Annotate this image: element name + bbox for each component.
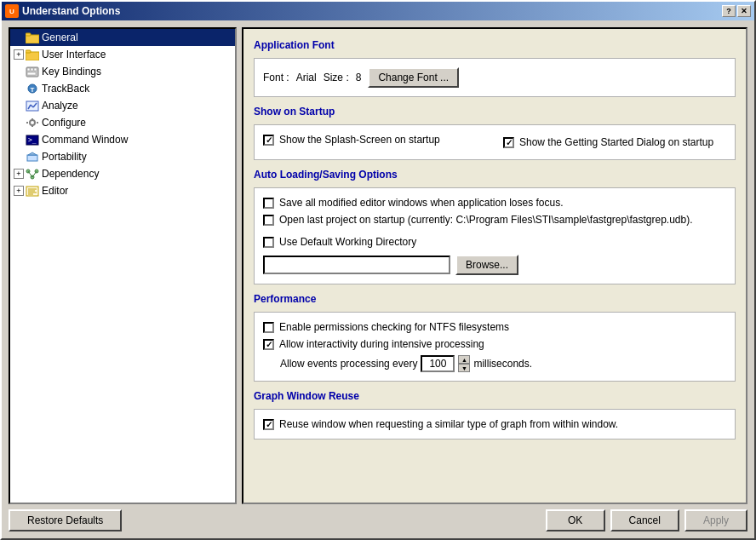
font-label: Font :	[263, 72, 289, 83]
sidebar-item-configure[interactable]: Configure	[10, 114, 235, 131]
detail-panel: Application Font Font : Arial Size : 8 C…	[242, 27, 747, 504]
svg-rect-22	[27, 155, 37, 161]
sidebar-label-general: General	[42, 32, 78, 43]
spinner-buttons: ▲ ▼	[458, 355, 470, 372]
sidebar-label-analyze: Analyze	[42, 100, 78, 112]
checkbox-ntfs-input[interactable]	[263, 322, 274, 333]
keybindings-icon	[26, 65, 39, 78]
events-value-input[interactable]	[421, 355, 455, 372]
svg-point-15	[30, 120, 35, 125]
svg-rect-3	[26, 50, 31, 53]
svg-rect-8	[27, 72, 36, 75]
svg-line-27	[28, 171, 32, 177]
sidebar-label-configure: Configure	[42, 117, 86, 129]
sidebar-label-keybindings: Key Bindings	[42, 66, 101, 78]
folder-icon-ui	[26, 48, 39, 61]
sidebar-item-trackback[interactable]: T TrackBack	[10, 80, 235, 97]
sidebar-label-portability: Portability	[42, 151, 87, 163]
dependency-icon	[26, 167, 39, 181]
restore-defaults-button[interactable]: Restore Defaults	[9, 509, 122, 531]
content-area: General + User Interface Key Bindin	[2, 20, 754, 538]
section-box-startup: Show the Splash-Screen on startup Show t…	[254, 124, 736, 160]
checkbox-working-dir-input[interactable]	[263, 237, 274, 248]
editor-icon	[26, 184, 39, 198]
checkbox-open-last[interactable]: Open last project on startup (currently:…	[263, 214, 726, 226]
checkbox-getting-started-input[interactable]	[503, 137, 514, 148]
working-dir-input[interactable]	[263, 256, 450, 274]
sidebar-label-command-window: Command Window	[42, 134, 128, 146]
checkbox-working-dir[interactable]: Use Default Working Directory	[263, 236, 726, 248]
checkbox-save-modified[interactable]: Save all modified editor windows when ap…	[263, 197, 726, 209]
svg-text:T: T	[31, 86, 35, 94]
checkbox-splash-label: Show the Splash-Screen on startup	[279, 134, 440, 146]
checkbox-interactivity[interactable]: Allow interactivity during intensive pro…	[263, 338, 726, 350]
sidebar-item-portability[interactable]: Portability	[10, 148, 235, 165]
sidebar-item-user-interface[interactable]: + User Interface	[10, 46, 235, 63]
folder-icon-general	[26, 31, 39, 44]
svg-rect-6	[31, 68, 33, 71]
bottom-right: OK Cancel Apply	[546, 509, 747, 531]
expand-dependency[interactable]: +	[14, 169, 24, 179]
checkbox-splash[interactable]: Show the Splash-Screen on startup	[263, 134, 486, 146]
section-title-graph: Graph Window Reuse	[254, 390, 736, 402]
startup-checks: Show the Splash-Screen on startup Show t…	[263, 134, 726, 151]
section-box-auto-loading: Save all modified editor windows when ap…	[254, 187, 736, 284]
events-unit: milliseconds.	[473, 358, 532, 370]
cancel-button[interactable]: Cancel	[610, 509, 679, 531]
command-window-icon: >_	[26, 133, 39, 146]
sidebar: General + User Interface Key Bindin	[9, 27, 237, 504]
expand-editor[interactable]: +	[14, 186, 24, 196]
sidebar-item-key-bindings[interactable]: Key Bindings	[10, 63, 235, 80]
font-name-value: Arial	[296, 72, 317, 83]
checkbox-splash-input[interactable]	[263, 135, 274, 146]
checkbox-reuse-window-input[interactable]	[263, 419, 274, 430]
section-box-performance: Enable permissions checking for NTFS fil…	[254, 312, 736, 382]
svg-text:>_: >_	[28, 136, 37, 144]
events-label: Allow events processing every	[280, 358, 417, 370]
sidebar-item-editor[interactable]: + Editor	[10, 182, 235, 199]
sidebar-item-dependency[interactable]: + Dependency	[10, 165, 235, 182]
sidebar-label-ui: User Interface	[42, 49, 106, 60]
section-title-startup: Show on Startup	[254, 106, 736, 118]
close-button[interactable]: ✕	[737, 5, 751, 17]
sidebar-label-editor: Editor	[42, 185, 68, 197]
checkbox-interactivity-label: Allow interactivity during intensive pro…	[279, 338, 484, 350]
checkbox-working-dir-label: Use Default Working Directory	[279, 236, 416, 248]
trackback-icon: T	[26, 82, 39, 95]
sidebar-item-analyze[interactable]: Analyze	[10, 97, 235, 114]
sidebar-label-dependency: Dependency	[42, 168, 99, 180]
svg-rect-1	[26, 33, 31, 36]
spinner-down-button[interactable]: ▼	[458, 364, 470, 372]
main-window: U Understand Options ? ✕ General	[0, 0, 756, 540]
change-font-button[interactable]: Change Font ...	[368, 67, 459, 88]
sidebar-item-command-window[interactable]: >_ Command Window	[10, 131, 235, 148]
checkbox-getting-started-label: Show the Getting Started Dialog on start…	[519, 136, 713, 148]
checkbox-reuse-window[interactable]: Reuse window when requesting a similar t…	[263, 418, 726, 430]
sidebar-item-general[interactable]: General	[10, 29, 235, 46]
font-row: Font : Arial Size : 8 Change Font ...	[263, 67, 726, 88]
checkbox-getting-started[interactable]: Show the Getting Started Dialog on start…	[503, 134, 726, 151]
checkbox-reuse-window-label: Reuse window when requesting a similar t…	[279, 418, 618, 430]
bottom-bar: Restore Defaults OK Cancel Apply	[9, 504, 747, 531]
analyze-icon	[26, 99, 39, 112]
svg-marker-23	[28, 152, 37, 155]
section-box-font: Font : Arial Size : 8 Change Font ...	[254, 58, 736, 97]
spinner-up-button[interactable]: ▲	[458, 355, 470, 364]
checkbox-interactivity-input[interactable]	[263, 339, 274, 350]
title-bar-buttons: ? ✕	[722, 5, 751, 17]
checkbox-ntfs[interactable]: Enable permissions checking for NTFS fil…	[263, 321, 726, 333]
configure-icon	[26, 116, 39, 129]
portability-icon	[26, 150, 39, 164]
browse-button[interactable]: Browse...	[455, 255, 518, 275]
apply-button[interactable]: Apply	[684, 509, 747, 531]
bottom-left: Restore Defaults	[9, 509, 122, 531]
checkbox-save-modified-label: Save all modified editor windows when ap…	[279, 197, 564, 209]
ok-button[interactable]: OK	[546, 509, 605, 531]
svg-rect-5	[27, 68, 30, 71]
expand-user-interface[interactable]: +	[14, 49, 24, 60]
checkbox-ntfs-label: Enable permissions checking for NTFS fil…	[279, 321, 509, 333]
checkbox-open-last-input[interactable]	[263, 215, 274, 226]
section-title-font: Application Font	[254, 39, 736, 51]
help-button[interactable]: ?	[722, 5, 736, 17]
checkbox-save-modified-input[interactable]	[263, 198, 274, 209]
